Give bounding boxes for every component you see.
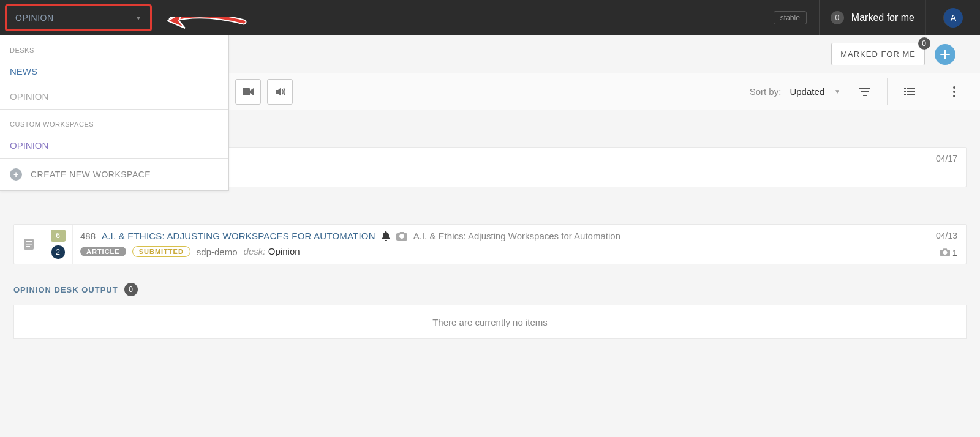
- marked-for-me-label: Marked for me: [851, 12, 914, 23]
- svg-point-8: [953, 91, 956, 93]
- filter-icon[interactable]: [853, 80, 877, 104]
- divider: [932, 78, 932, 105]
- item-meta: 04/17: [927, 148, 966, 187]
- top-bar: OPINION ▼ stable 0 Marked for me A: [0, 0, 980, 35]
- item-badge-bottom: 2: [51, 245, 65, 259]
- submitted-chip: SUBMITTED: [132, 246, 190, 257]
- dropdown-section-desks: DESKS: [0, 35, 228, 59]
- marked-count-badge: 0: [831, 11, 844, 24]
- section-title: OPINION DESK OUTPUT: [13, 285, 118, 294]
- svg-rect-5: [904, 94, 906, 95]
- dropdown-section-custom: CUSTOM WORKSPACES: [0, 110, 228, 133]
- avatar-wrap: A: [925, 0, 980, 35]
- svg-rect-2: [907, 88, 915, 89]
- topbar-right: stable 0 Marked for me A: [774, 0, 980, 35]
- text-item-icon: [24, 239, 34, 250]
- item-id: 488: [80, 231, 96, 241]
- marked-button-label: MARKED FOR ME: [840, 50, 916, 59]
- svg-point-9: [953, 95, 956, 97]
- desk-name: Opinion: [268, 246, 300, 256]
- sort-by-label: Sort by:: [750, 86, 782, 97]
- marked-button-count: 0: [918, 37, 930, 50]
- svg-rect-11: [26, 241, 32, 242]
- desk-dropdown-label: OPINION: [15, 13, 54, 23]
- svg-rect-0: [243, 88, 250, 95]
- item-type-column: [14, 225, 43, 264]
- list-view-icon[interactable]: [897, 80, 922, 104]
- photo-count: 1: [952, 247, 957, 258]
- audio-filter-button[interactable]: [267, 79, 293, 105]
- item-date: 04/13: [936, 231, 957, 241]
- item-date: 04/17: [936, 154, 957, 163]
- marked-for-me-button[interactable]: MARKED FOR ME 0: [831, 43, 925, 65]
- camera-icon: [940, 248, 950, 256]
- item-badges: 6 2: [43, 225, 73, 264]
- svg-rect-3: [904, 91, 906, 92]
- dropdown-item-news[interactable]: NEWS: [0, 59, 228, 84]
- dropdown-item-opinion[interactable]: OPINION: [0, 84, 228, 109]
- camera-icon: [396, 232, 407, 241]
- sort-by-value[interactable]: Updated: [790, 86, 824, 97]
- list-item[interactable]: 6 2 488 A.I. & ETHICS: ADJUSTING WORKSPA…: [13, 224, 967, 264]
- bell-icon: [382, 231, 390, 241]
- svg-rect-13: [26, 246, 30, 247]
- item-author: sdp-demo: [197, 247, 238, 257]
- create-new-label: CREATE NEW WORKSPACE: [31, 170, 151, 179]
- item-headline: A.I. & Ethics: Adjusting Workspaces for …: [413, 231, 620, 241]
- item-slugline: A.I. & ETHICS: ADJUSTING WORKSPACES FOR …: [102, 231, 375, 241]
- stable-pill: stable: [774, 11, 807, 24]
- create-item-fab[interactable]: [935, 44, 956, 65]
- sort-caret-icon[interactable]: ▼: [834, 88, 840, 95]
- desk-dropdown-toggle[interactable]: OPINION ▼: [5, 4, 152, 31]
- toolbar-right: Sort by: Updated ▼: [750, 78, 967, 105]
- kebab-menu-icon[interactable]: [942, 80, 967, 104]
- dropdown-item-ws-opinion[interactable]: OPINION: [0, 133, 228, 158]
- caret-down-icon: ▼: [135, 15, 141, 21]
- plus-circle-icon: +: [10, 168, 22, 181]
- section-count: 0: [124, 283, 138, 296]
- svg-rect-4: [907, 91, 915, 92]
- create-new-workspace[interactable]: + CREATE NEW WORKSPACE: [0, 158, 228, 190]
- desk-prefix: desk:: [244, 246, 266, 256]
- section-header: OPINION DESK OUTPUT 0: [0, 264, 980, 302]
- svg-point-7: [953, 86, 956, 89]
- video-filter-button[interactable]: [235, 79, 261, 105]
- desk-dropdown-panel: DESKS NEWS OPINION CUSTOM WORKSPACES OPI…: [0, 35, 229, 191]
- svg-rect-6: [907, 94, 915, 95]
- empty-state: There are currently no items: [13, 305, 967, 339]
- item-badge-top: 6: [51, 230, 66, 242]
- user-avatar[interactable]: A: [943, 8, 963, 28]
- divider: [887, 78, 888, 105]
- marked-for-me-top[interactable]: 0 Marked for me: [819, 0, 925, 35]
- empty-text: There are currently no items: [432, 317, 548, 327]
- svg-rect-1: [904, 88, 906, 89]
- article-chip: ARTICLE: [80, 247, 126, 256]
- item-meta: 04/13 1: [927, 225, 966, 264]
- svg-rect-12: [26, 244, 32, 245]
- item-main: 488 A.I. & ETHICS: ADJUSTING WORKSPACES …: [73, 225, 927, 264]
